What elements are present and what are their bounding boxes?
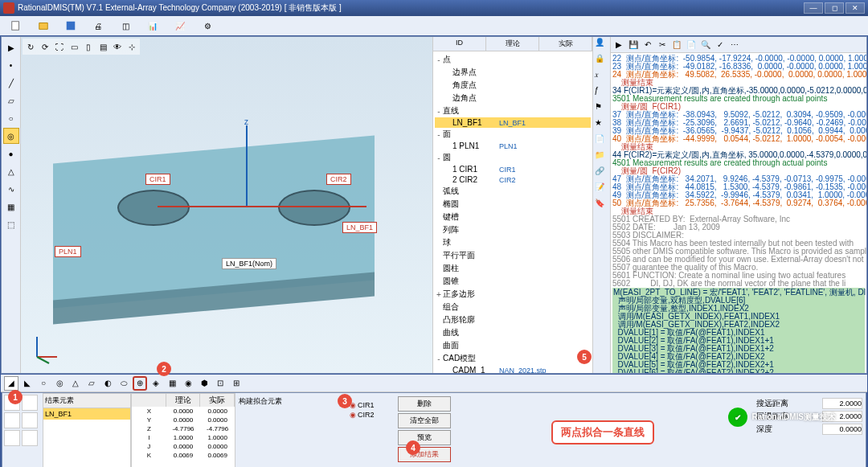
circle-item[interactable]: CIR2 (350, 411, 395, 419)
btb-feat2-icon[interactable]: ◣ (20, 376, 35, 391)
toolbar-chart-icon[interactable]: 📈 (167, 18, 193, 34)
code-editor[interactable]: 22 测点/直角坐标: -50.9854, -17.9224, -0.0000,… (611, 53, 866, 373)
toolbar-new-icon[interactable] (3, 18, 29, 34)
tree-row[interactable]: -直线 (435, 104, 591, 117)
feature-tree[interactable]: -点边界点角度点边角点-直线LN_BF1LN_BF1-面1 PLN1PLN1-圆… (433, 51, 592, 373)
tool-grid-icon[interactable]: ▦ (3, 199, 19, 215)
tree-row[interactable]: 组合 (435, 301, 591, 313)
ptb-bookmark-icon[interactable]: 🔖 (595, 199, 609, 213)
tree-row[interactable]: -CAD模型 (435, 352, 591, 365)
tool-plane-icon[interactable]: ▱ (3, 92, 19, 109)
close-button[interactable]: ✕ (845, 2, 865, 14)
tool-select-icon[interactable]: ▶ (3, 39, 19, 55)
ptb-lock-icon[interactable]: 🔒 (595, 54, 609, 68)
clear-button[interactable]: 清空全部 (398, 413, 451, 428)
btb-construct-icon[interactable]: ⊕ (133, 376, 147, 391)
tree-row[interactable]: 1 PLN1PLN1 (435, 141, 591, 151)
tool-line-icon[interactable]: ╱ (3, 75, 19, 91)
ctb-more-icon[interactable]: ⋯ (728, 39, 741, 51)
tree-row[interactable]: 2 CIR2CIR2 (435, 174, 591, 185)
btb-feat14-icon[interactable]: ⊡ (213, 376, 227, 391)
bico-5[interactable] (4, 430, 20, 446)
tool-curve-icon[interactable]: ∿ (3, 181, 19, 197)
tree-row[interactable]: 列阵 (435, 223, 591, 236)
btb-feat7-icon[interactable]: ◐ (100, 376, 115, 391)
tree-row[interactable]: 曲线 (435, 326, 591, 339)
ptb-star-icon[interactable]: ★ (595, 118, 609, 133)
toolbar-open-icon[interactable] (31, 18, 56, 34)
vp-axis-icon[interactable]: ⊹ (125, 40, 138, 53)
ptb-var-icon[interactable]: 𝑥 (595, 70, 609, 84)
tree-row[interactable]: 椭圆 (435, 198, 591, 211)
bico-6[interactable] (22, 430, 38, 446)
toolbar-cube-icon[interactable]: ◫ (113, 18, 138, 34)
btb-feat11-icon[interactable]: ▦ (165, 376, 179, 391)
tree-row[interactable]: 角度点 (435, 79, 591, 92)
tree-row[interactable]: 圆锥 (435, 275, 591, 288)
tool-point-icon[interactable]: • (3, 57, 19, 73)
tree-row[interactable]: 弧线 (435, 185, 591, 198)
vp-refresh-icon[interactable]: ↻ (24, 40, 37, 53)
circle-item[interactable]: CIR1 (350, 401, 395, 409)
btb-feat15-icon[interactable]: ⊞ (229, 376, 244, 391)
tree-row[interactable]: LN_BF1LN_BF1 (435, 117, 591, 128)
ctb-run-icon[interactable]: ▶ (612, 39, 625, 51)
circle-list[interactable]: CIR1CIR2 (348, 393, 396, 467)
btb-feat3-icon[interactable]: ○ (36, 376, 51, 391)
tool-cone-icon[interactable]: △ (3, 163, 19, 179)
vp-hide-icon[interactable]: 👁 (111, 40, 124, 53)
tool-sphere-icon[interactable]: ● (3, 145, 19, 162)
label-pln1[interactable]: PLN1 (55, 246, 81, 257)
toolbar-gear-icon[interactable]: ⚙ (194, 18, 220, 34)
tree-row[interactable]: +正多边形 (435, 288, 591, 301)
tree-row[interactable]: 凸形轮廓 (435, 313, 591, 326)
vp-view1-icon[interactable]: ▭ (68, 40, 80, 53)
label-cir2[interactable]: CIR2 (326, 174, 351, 185)
bico-2[interactable] (22, 395, 38, 411)
ctb-save-icon[interactable]: 💾 (627, 39, 640, 51)
ctb-cut-icon[interactable]: ✂ (656, 39, 669, 51)
ptb-note-icon[interactable]: 📝 (595, 182, 609, 197)
vp-view2-icon[interactable]: ▯ (82, 40, 95, 53)
btb-feat4-icon[interactable]: ◎ (52, 376, 67, 391)
ptb-link-icon[interactable]: 🔗 (595, 166, 609, 181)
ctb-check-icon[interactable]: ✓ (714, 39, 727, 51)
tool-circle-icon[interactable]: ○ (3, 110, 19, 126)
tree-row[interactable]: CADM_1NAN_2021.stp (435, 365, 591, 373)
vp-fit-icon[interactable]: ⛶ (53, 40, 66, 53)
ctb-paste-icon[interactable]: 📄 (685, 39, 698, 51)
tree-row[interactable]: -圆 (435, 151, 591, 164)
tree-row[interactable]: 边界点 (435, 66, 591, 79)
result-list-item[interactable]: LN_BF1 (43, 408, 130, 420)
ptb-func-icon[interactable]: ƒ (595, 86, 609, 100)
tree-row[interactable]: 键槽 (435, 211, 591, 223)
ptb-doc-icon[interactable]: 📄 (595, 134, 609, 149)
preview-button[interactable]: 预览 (398, 430, 451, 445)
tree-row[interactable]: -点 (435, 53, 591, 66)
ctb-find-icon[interactable]: 🔍 (699, 39, 712, 51)
tree-row[interactable]: -面 (435, 128, 591, 141)
ptb-folder-icon[interactable]: 📁 (595, 150, 609, 165)
btb-feat5-icon[interactable]: △ (68, 376, 83, 391)
result-list[interactable]: 结果元素 LN_BF1 (43, 393, 131, 467)
btb-feat12-icon[interactable]: ◉ (181, 376, 195, 391)
tree-row[interactable]: 边角点 (435, 92, 591, 104)
btb-feat8-icon[interactable]: ⬭ (117, 376, 131, 391)
vp-reload-icon[interactable]: ⟳ (39, 40, 51, 53)
btb-feat13-icon[interactable]: ⬢ (197, 376, 211, 391)
tool-mesh-icon[interactable]: ⬚ (3, 216, 19, 232)
toolbar-print-icon[interactable]: 🖨 (85, 18, 111, 34)
tree-row[interactable]: 1 CIR1CIR1 (435, 164, 591, 174)
toolbar-save-icon[interactable] (58, 18, 84, 34)
bico-4[interactable] (22, 412, 38, 428)
tool-cylinder-icon[interactable]: ◎ (3, 128, 19, 144)
ptb-user-icon[interactable]: 👤 (595, 38, 609, 52)
ctb-undo-icon[interactable]: ↶ (641, 39, 654, 51)
bico-3[interactable] (4, 412, 20, 428)
tree-row[interactable]: 曲面 (435, 339, 591, 352)
maximize-button[interactable]: ◻ (825, 2, 844, 14)
ctb-copy-icon[interactable]: 📋 (670, 39, 683, 51)
label-lnbf1[interactable]: LN_BF1 (342, 222, 377, 233)
tree-row[interactable]: 球 (435, 236, 591, 249)
tree-row[interactable]: 圆柱 (435, 262, 591, 275)
